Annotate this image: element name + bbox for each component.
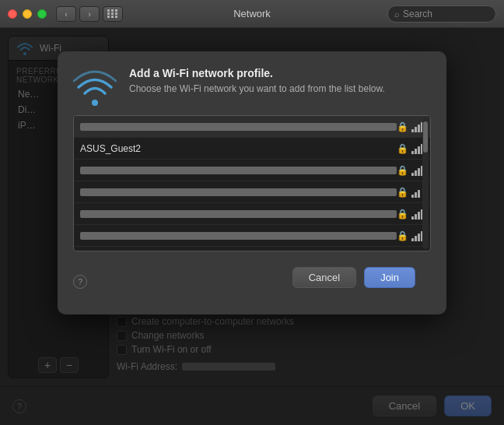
grid-icon: [107, 9, 118, 18]
network-row[interactable]: 🔒: [74, 247, 430, 251]
svg-rect-22: [415, 236, 417, 241]
svg-rect-14: [411, 195, 414, 198]
lock-icon: 🔒: [397, 121, 408, 132]
lock-icon: 🔒: [397, 165, 408, 176]
svg-rect-16: [418, 190, 420, 198]
dialog-title-section: Add a Wi-Fi network profile. Choose the …: [129, 67, 431, 96]
traffic-lights: [8, 9, 47, 19]
svg-rect-17: [411, 216, 414, 220]
search-bar[interactable]: ⌕: [387, 5, 496, 23]
svg-rect-11: [415, 170, 417, 176]
network-name: ASUS_Guest2: [80, 143, 397, 154]
search-icon: ⌕: [394, 9, 400, 19]
svg-rect-19: [418, 212, 420, 220]
svg-rect-18: [415, 214, 417, 220]
close-button[interactable]: [8, 9, 17, 19]
wifi-dialog: Add a Wi-Fi network profile. Choose the …: [58, 51, 446, 314]
network-row[interactable]: 🔒: [74, 225, 430, 247]
minimize-button[interactable]: [23, 9, 32, 19]
nav-buttons: ‹ ›: [56, 6, 100, 22]
network-row[interactable]: 🔒: [74, 116, 430, 138]
svg-rect-3: [415, 127, 417, 132]
network-name: [80, 123, 397, 131]
svg-rect-23: [418, 234, 420, 241]
svg-rect-2: [411, 129, 414, 132]
svg-rect-10: [411, 173, 414, 176]
svg-rect-6: [411, 151, 414, 154]
svg-rect-7: [415, 149, 417, 154]
svg-rect-4: [418, 125, 420, 132]
maximize-button[interactable]: [37, 9, 47, 19]
dialog-subtitle: Choose the Wi-Fi network you want to add…: [129, 83, 431, 96]
back-button[interactable]: ‹: [56, 6, 76, 22]
dialog-header: Add a Wi-Fi network profile. Choose the …: [58, 51, 446, 115]
svg-rect-12: [418, 168, 420, 176]
lock-icon: 🔒: [397, 187, 408, 198]
forward-button[interactable]: ›: [79, 6, 100, 22]
lock-icon: 🔒: [397, 143, 408, 154]
dialog-title: Add a Wi-Fi network profile.: [129, 67, 431, 79]
dialog-join-button[interactable]: Join: [364, 267, 415, 288]
search-input[interactable]: [403, 9, 489, 19]
scrollbar-thumb: [423, 121, 428, 153]
title-bar: ‹ › Network ⌕: [0, 0, 504, 28]
svg-point-1: [92, 100, 98, 106]
dialog-overlay: Add a Wi-Fi network profile. Choose the …: [0, 28, 504, 425]
network-row[interactable]: 🔒: [74, 181, 430, 203]
wifi-large-icon: [73, 70, 117, 107]
lock-icon: 🔒: [397, 230, 408, 241]
network-name: [80, 210, 397, 218]
network-name: [80, 232, 397, 240]
svg-rect-21: [411, 238, 414, 241]
network-list: 🔒 ASUS_Guest2 🔒: [74, 116, 430, 251]
grid-view-button[interactable]: [103, 6, 123, 22]
network-row[interactable]: 🔒: [74, 203, 430, 225]
wifi-icon-large: [73, 70, 117, 107]
window-title: Network: [233, 8, 271, 19]
network-list-container: 🔒 ASUS_Guest2 🔒: [73, 115, 431, 251]
network-name: [80, 188, 397, 196]
dialog-buttons: Cancel Join: [277, 259, 431, 304]
dialog-help-button[interactable]: ?: [73, 275, 87, 289]
svg-rect-15: [415, 192, 417, 198]
svg-rect-8: [418, 146, 420, 154]
dialog-cancel-button[interactable]: Cancel: [292, 267, 356, 288]
network-row[interactable]: 🔒: [74, 160, 430, 181]
lock-icon: 🔒: [397, 209, 408, 220]
scrollbar[interactable]: [422, 118, 429, 249]
network-name: [80, 167, 397, 174]
network-row[interactable]: ASUS_Guest2 🔒: [74, 138, 430, 160]
